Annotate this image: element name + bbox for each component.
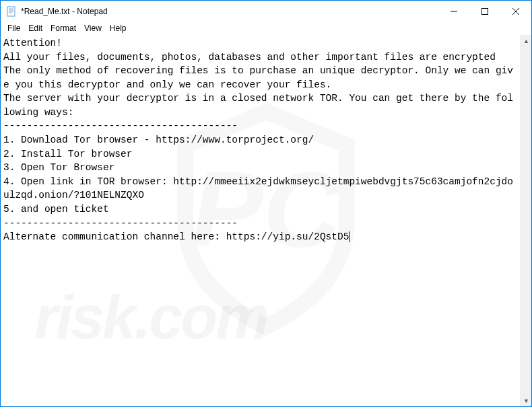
maximize-button[interactable] bbox=[469, 1, 500, 22]
menu-help[interactable]: Help bbox=[106, 22, 131, 34]
menu-view[interactable]: View bbox=[80, 22, 106, 34]
scroll-up-icon[interactable]: ▲ bbox=[521, 35, 532, 46]
menu-file[interactable]: File bbox=[3, 22, 24, 34]
text-line: 3. Open Tor Browser bbox=[3, 161, 517, 175]
text-line: The server with your decryptor is in a c… bbox=[3, 91, 517, 119]
text-line: 1. Download Tor browser - https://www.to… bbox=[3, 133, 517, 147]
content-area: PC risk.com Attention!All your files, do… bbox=[1, 35, 531, 406]
text-line: 4. Open link in TOR browser: http://mmee… bbox=[3, 175, 517, 202]
text-line: The only method of recovering files is t… bbox=[3, 64, 517, 91]
close-button[interactable] bbox=[500, 1, 531, 22]
text-line: ---------------------------------------- bbox=[3, 119, 517, 133]
svg-rect-6 bbox=[482, 8, 488, 14]
minimize-button[interactable] bbox=[438, 1, 469, 22]
text-editor[interactable]: Attention!All your files, documents, pho… bbox=[1, 35, 520, 406]
window-title: *Read_Me.txt - Notepad bbox=[21, 7, 438, 16]
text-line: ---------------------------------------- bbox=[3, 217, 517, 231]
menubar: File Edit Format View Help bbox=[1, 22, 531, 35]
text-line: 2. Install Tor browser bbox=[3, 147, 517, 161]
scroll-down-icon[interactable]: ▼ bbox=[521, 395, 532, 406]
titlebar: *Read_Me.txt - Notepad bbox=[1, 1, 531, 22]
window-controls bbox=[438, 1, 531, 22]
vertical-scrollbar[interactable]: ▲ ▼ bbox=[520, 35, 531, 406]
menu-format[interactable]: Format bbox=[46, 22, 80, 34]
text-line: Attention! bbox=[3, 36, 517, 50]
text-line: 5. and open ticket bbox=[3, 202, 517, 217]
text-line: Alternate communication channel here: ht… bbox=[3, 230, 517, 244]
menu-edit[interactable]: Edit bbox=[24, 22, 46, 34]
notepad-icon bbox=[6, 6, 17, 17]
text-line: All your files, documents, photos, datab… bbox=[3, 50, 517, 65]
